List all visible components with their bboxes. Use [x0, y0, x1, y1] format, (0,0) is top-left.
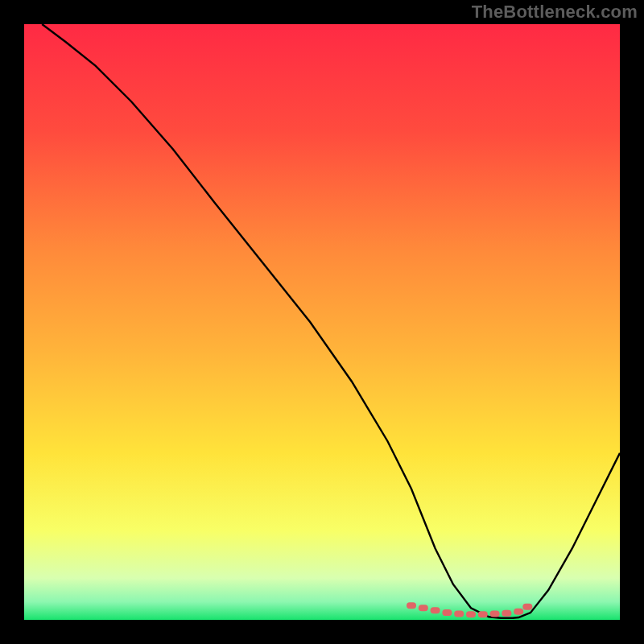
marker-dot [514, 609, 523, 615]
marker-dot [431, 607, 440, 613]
watermark-text: TheBottleneck.com [472, 2, 638, 23]
marker-dot [419, 605, 428, 611]
chart-frame: TheBottleneck.com [0, 0, 644, 644]
marker-dot [454, 611, 464, 617]
plot-svg [24, 24, 620, 620]
marker-dot [442, 609, 452, 616]
marker-dot [502, 610, 511, 617]
marker-dot [407, 602, 416, 609]
gradient-background [24, 24, 620, 620]
marker-dot [466, 611, 476, 617]
marker-dot [522, 604, 532, 610]
plot-area [24, 24, 620, 620]
marker-dot [490, 611, 500, 617]
marker-dot [478, 611, 488, 617]
